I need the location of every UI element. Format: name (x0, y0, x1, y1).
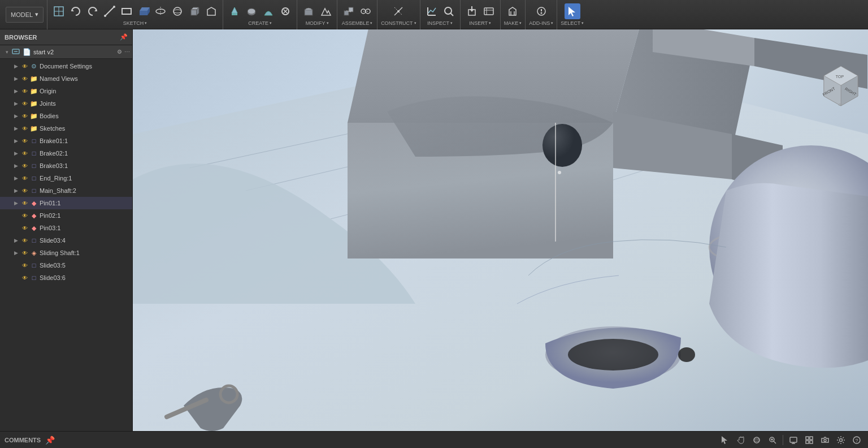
eye-icon[interactable]: 👁 (20, 138, 29, 144)
create-label[interactable]: CREATE ▾ (248, 20, 272, 26)
list-item[interactable]: ▶ 👁 □ Main_Shaft:2 (0, 184, 132, 197)
eye-icon[interactable]: 👁 (20, 126, 29, 132)
undo-icon[interactable] (68, 3, 84, 19)
eye-icon[interactable]: 👁 (20, 250, 29, 256)
svg-point-82 (754, 439, 760, 441)
orbit-icon[interactable] (750, 433, 763, 447)
list-item[interactable]: ▶ 👁 □ Brake03:1 (0, 160, 132, 172)
create3-icon[interactable] (261, 3, 276, 19)
insert-label[interactable]: INSERT ▾ (469, 20, 491, 26)
svg-text:TOP: TOP (836, 75, 844, 79)
list-item[interactable]: ▶ 👁 ◈ Sliding Shaft:1 (0, 247, 132, 259)
select1-icon[interactable] (565, 3, 580, 19)
revolve-icon[interactable] (153, 3, 168, 19)
svg-point-65 (542, 124, 582, 167)
inspect1-icon[interactable] (424, 3, 440, 19)
eye-icon[interactable]: 👁 (20, 225, 29, 231)
eye-icon[interactable]: 👁 (20, 101, 29, 107)
item-label: Brake03:1 (40, 162, 130, 169)
list-item[interactable]: ▶ 👁 □ Brake02:1 (0, 147, 132, 160)
select-label[interactable]: SELECT ▾ (561, 20, 584, 26)
inspect-label[interactable]: INSPECT ▾ (427, 20, 453, 26)
root-more-icon[interactable]: ⋯ (124, 49, 130, 55)
create2-icon[interactable] (244, 3, 259, 19)
addins1-icon[interactable] (533, 3, 549, 19)
redo-icon[interactable] (85, 3, 101, 19)
zoom-icon[interactable] (766, 433, 779, 447)
cursor-icon[interactable] (718, 433, 732, 447)
extrude-icon[interactable] (136, 3, 151, 19)
eye-icon[interactable]: 👁 (20, 213, 29, 219)
list-item[interactable]: ▶ 👁 📁 Joints (0, 97, 132, 110)
list-item[interactable]: ▶ 👁 📁 Bodies (0, 110, 132, 122)
svg-point-70 (678, 347, 695, 362)
list-item[interactable]: ▶ 👁 📁 Named Views (0, 72, 132, 85)
create1-icon[interactable] (227, 3, 242, 19)
question-icon[interactable]: ? (850, 433, 863, 447)
list-item[interactable]: ▶ 👁 ⚙ Document Settings (0, 60, 132, 72)
root-settings-icon[interactable]: ⚙ (117, 49, 122, 55)
sketch-arrow: ▾ (145, 21, 147, 25)
eye-icon[interactable]: 👁 (20, 200, 29, 206)
construct-label[interactable]: CONSTRUCT ▾ (381, 20, 416, 26)
insert1-icon[interactable] (464, 3, 480, 19)
item-label: Brake02:1 (40, 150, 130, 157)
eye-icon[interactable]: 👁 (20, 175, 29, 182)
construct1-icon[interactable] (390, 3, 406, 19)
eye-icon[interactable]: 👁 (20, 150, 29, 157)
rect-icon[interactable] (119, 3, 134, 19)
make1-icon[interactable] (505, 3, 520, 19)
box-icon[interactable] (186, 3, 202, 19)
tree-root[interactable]: ▾ 📄 start v2 ⚙ ⋯ (0, 45, 132, 59)
insert2-icon[interactable] (481, 3, 497, 19)
model-dropdown[interactable]: MODEL ▾ (6, 7, 44, 23)
list-item[interactable]: ▶ 👁 📁 Origin (0, 85, 132, 97)
item-label: Pin03:1 (40, 225, 130, 231)
svg-rect-22 (349, 7, 353, 12)
sketch-label[interactable]: SKETCH ▾ (123, 20, 147, 26)
eye-icon[interactable]: 👁 (20, 113, 29, 119)
eye-icon[interactable]: 👁 (20, 76, 29, 82)
comments-pin-icon[interactable]: 📌 (45, 436, 55, 445)
eye-icon[interactable]: 👁 (20, 163, 29, 169)
list-item[interactable]: ▶ 👁 □ Brake01:1 (0, 135, 132, 147)
display-icon[interactable] (787, 433, 800, 447)
list-item[interactable]: ▶ 👁 ◆ Pin01:1 (0, 197, 132, 209)
list-item[interactable]: 👁 □ Slide03:6 (0, 272, 132, 284)
list-item[interactable]: ▶ 👁 📁 Sketches (0, 122, 132, 135)
settings-icon[interactable] (834, 433, 848, 447)
svg-marker-36 (470, 9, 474, 12)
inspect2-icon[interactable] (441, 3, 457, 19)
eye-icon[interactable]: 👁 (20, 262, 29, 269)
sphere-icon[interactable] (170, 3, 185, 19)
shell-icon[interactable] (203, 3, 219, 19)
viewport[interactable]: TOP RIGHT FRONT ⌂ (133, 29, 868, 431)
make-label[interactable]: MAKE ▾ (504, 20, 522, 26)
eye-icon[interactable]: 👁 (20, 88, 29, 94)
eye-icon[interactable]: 👁 (20, 188, 29, 194)
eye-icon[interactable]: 👁 (20, 63, 29, 70)
create4-icon[interactable] (277, 3, 293, 19)
sketch-finish-icon[interactable] (51, 3, 67, 19)
model-arrow: ▾ (35, 11, 38, 18)
grid-icon[interactable] (802, 433, 816, 447)
eye-icon[interactable]: 👁 (20, 238, 29, 244)
modify-label[interactable]: MODIFY ▾ (306, 20, 329, 26)
assemble2-icon[interactable] (358, 3, 374, 19)
list-item[interactable]: ▶ 👁 □ End_Ring:1 (0, 172, 132, 184)
modify1-icon[interactable] (301, 3, 316, 19)
list-item[interactable]: ▶ 👁 □ Slide03:4 (0, 234, 132, 247)
line-icon[interactable] (102, 3, 118, 19)
modify2-icon[interactable] (318, 3, 333, 19)
navcube[interactable]: TOP RIGHT FRONT ⌂ (818, 63, 863, 109)
hand-icon[interactable] (734, 433, 748, 447)
browser-pin-icon[interactable]: 📌 (120, 33, 128, 41)
eye-icon[interactable]: 👁 (20, 275, 29, 281)
assemble1-icon[interactable] (341, 3, 357, 19)
list-item[interactable]: 👁 ◆ Pin03:1 (0, 222, 132, 234)
list-item[interactable]: 👁 □ Slide03:5 (0, 259, 132, 272)
list-item[interactable]: 👁 ◆ Pin02:1 (0, 209, 132, 222)
addins-label[interactable]: ADD-INS ▾ (529, 20, 553, 26)
camera-icon[interactable] (818, 433, 832, 447)
assemble-label[interactable]: ASSEMBLE ▾ (342, 20, 373, 26)
